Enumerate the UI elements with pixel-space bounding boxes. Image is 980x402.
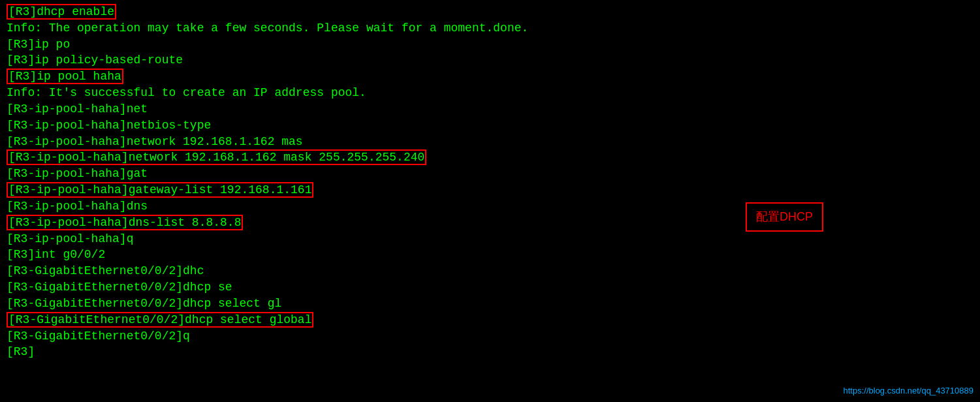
- annotation-label: 配置DHCP: [746, 202, 823, 232]
- terminal-line: Info: The operation may take a few secon…: [7, 20, 973, 37]
- terminal-line: [R3-ip-pool-haha]q: [7, 231, 973, 247]
- terminal-line: [R3-ip-pool-haha]dns-list 8.8.8.8: [7, 215, 973, 231]
- terminal: [R3]dhcp enableInfo: The operation may t…: [0, 0, 980, 402]
- terminal-line: [R3-ip-pool-haha]dns: [7, 198, 973, 215]
- terminal-line: [R3]ip pool haha: [7, 69, 973, 85]
- terminal-line: [R3-GigabitEthernet0/0/2]q: [7, 328, 973, 345]
- terminal-line: [R3]ip policy-based-route: [7, 52, 973, 69]
- terminal-line: [R3]ip po: [7, 37, 973, 53]
- watermark: https://blog.csdn.net/qq_43710889: [844, 385, 974, 397]
- terminal-line: [R3]dhcp enable: [7, 4, 973, 20]
- terminal-line: Info: It's successful to create an IP ad…: [7, 85, 973, 101]
- terminal-line: [R3-GigabitEthernet0/0/2]dhcp select gl: [7, 296, 973, 312]
- terminal-line: [R3-ip-pool-haha]netbios-type: [7, 117, 973, 134]
- terminal-line: [R3]: [7, 344, 973, 360]
- terminal-line: [R3-ip-pool-haha]net: [7, 101, 973, 117]
- terminal-line: [R3-GigabitEthernet0/0/2]dhcp select glo…: [7, 312, 973, 328]
- terminal-line: [R3-ip-pool-haha]gateway-list 192.168.1.…: [7, 182, 973, 198]
- terminal-line: [R3-GigabitEthernet0/0/2]dhcp se: [7, 279, 973, 296]
- terminal-line: [R3-ip-pool-haha]network 192.168.1.162 m…: [7, 149, 973, 166]
- terminal-line: [R3-ip-pool-haha]network 192.168.1.162 m…: [7, 134, 973, 150]
- terminal-line: [R3-ip-pool-haha]gat: [7, 166, 973, 182]
- terminal-line: [R3-GigabitEthernet0/0/2]dhc: [7, 263, 973, 279]
- terminal-line: [R3]int g0/0/2: [7, 247, 973, 263]
